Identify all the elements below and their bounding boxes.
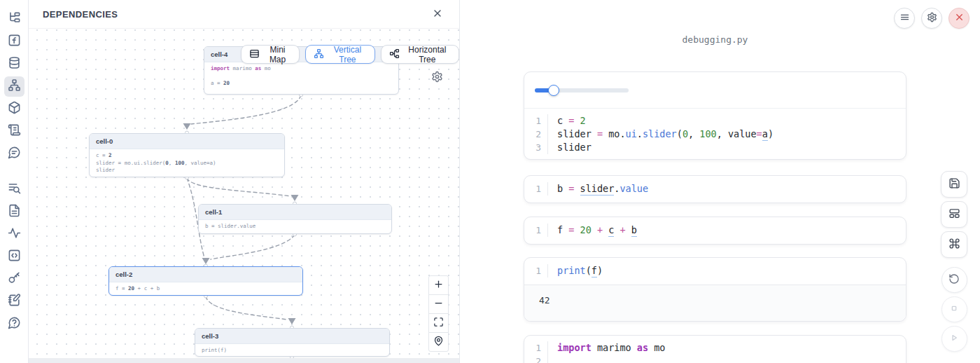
stop-kernel-button[interactable]: [941, 296, 967, 322]
help-circle-icon: [8, 316, 21, 332]
keyboard-shortcuts-button[interactable]: [941, 231, 967, 258]
notebook-menu-button[interactable]: [894, 8, 915, 29]
app-window: cell-4import marimo as mo a = 20cell-0c …: [0, 0, 980, 363]
cell-f-cell: 1f = 20 + c + b: [524, 217, 906, 245]
zoom-out-button[interactable]: [428, 294, 449, 314]
code-editor[interactable]: 123c = 2slider = mo.ui.slider(0, 100, va…: [524, 109, 906, 159]
activity-icon: [8, 226, 21, 242]
fit-view-icon: [433, 317, 444, 329]
gear-icon: [431, 74, 443, 85]
code-editor[interactable]: 1print(f): [524, 258, 906, 285]
slider-thumb[interactable]: [548, 85, 559, 96]
graph-node-code: c = 2slider = mo.ui.slider(0, 100, value…: [90, 149, 284, 177]
key-icon: [8, 271, 21, 287]
minimap-icon: [249, 48, 260, 61]
menu-icon: [899, 12, 910, 25]
sidebar-item-activity[interactable]: [4, 224, 24, 245]
play-icon: [948, 332, 960, 345]
command-icon: [948, 238, 960, 252]
view-toggle-label: Vertical Tree: [328, 45, 367, 64]
sidebar-item-database[interactable]: [4, 54, 24, 74]
line-numbers: 1: [524, 264, 548, 278]
cell-slider-cell: 123c = 2slider = mo.ui.slider(0, 100, va…: [524, 71, 906, 160]
line-numbers: 1: [524, 182, 548, 196]
undo-button[interactable]: [941, 267, 967, 293]
slider[interactable]: [535, 88, 629, 93]
graph-node-cell-2[interactable]: cell-2f = 20 + c + b: [108, 266, 303, 296]
view-toggle-vertical-tree[interactable]: Vertical Tree: [305, 45, 375, 64]
code-editor[interactable]: 1f = 20 + c + b: [524, 217, 906, 244]
view-toggle-group: Mini MapVertical TreeHorizontal Tree: [241, 45, 459, 64]
line-numbers: 12: [524, 341, 548, 363]
sidebar-item-document[interactable]: [4, 202, 24, 222]
package-icon: [8, 101, 21, 117]
zoom-out-icon: [433, 298, 444, 310]
zoom-in-button[interactable]: [428, 275, 449, 295]
notebook-area: debugging.py 123c = 2slider = mo.ui.slid…: [460, 0, 980, 363]
graph-node-code: f = 20 + c + b: [109, 282, 302, 296]
sidebar-item-file-tree[interactable]: [4, 9, 24, 29]
function-square-icon: [8, 34, 21, 50]
panel-title: DEPENDENCIES: [43, 9, 118, 20]
layout-select-button[interactable]: [941, 201, 967, 228]
cell-print-cell: 1print(f)42: [524, 257, 906, 322]
line-numbers: 123: [524, 114, 548, 154]
shutdown-button[interactable]: [948, 8, 969, 29]
sidebar-item-chat[interactable]: [4, 144, 24, 164]
graph-node-cell-0[interactable]: cell-0c = 2slider = mo.ui.slider(0, 100,…: [89, 133, 285, 177]
graph-node-title: cell-2: [109, 267, 302, 282]
close-icon: [954, 12, 965, 25]
stop-icon: [948, 303, 960, 316]
sidebar-item-notebook-pen[interactable]: [4, 292, 24, 312]
notebook-pen-icon: [8, 294, 21, 310]
graph-node-cell-3[interactable]: cell-3print(f): [195, 328, 390, 357]
code-editor[interactable]: 12import marimo as mo: [524, 336, 906, 363]
code-text: print(f): [548, 264, 603, 278]
close-icon: [432, 8, 443, 21]
code-editor[interactable]: 1b = slider.value: [524, 176, 906, 203]
code-text: b = slider.value: [548, 182, 648, 196]
graph-settings-button[interactable]: [431, 71, 443, 85]
file-tree-icon: [8, 11, 21, 27]
document-icon: [8, 204, 21, 220]
code-box-icon: [8, 249, 21, 265]
horizontal-tree-icon: [389, 48, 400, 61]
code-text: import marimo as mo: [548, 341, 665, 363]
graph-node-title: cell-0: [90, 134, 284, 149]
sidebar-item-help-circle[interactable]: [4, 314, 24, 334]
sidebar-item-list-search[interactable]: [4, 179, 24, 200]
database-icon: [8, 56, 21, 72]
sidebar-item-key[interactable]: [4, 269, 24, 289]
view-toggle-horizontal-tree[interactable]: Horizontal Tree: [381, 45, 459, 64]
cell-output: [524, 72, 906, 109]
notebook-header-buttons: [894, 8, 969, 29]
notebook-settings-button[interactable]: [921, 8, 942, 29]
graph-node-title: cell-3: [195, 329, 389, 344]
cells-column: 123c = 2slider = mo.ui.slider(0, 100, va…: [524, 71, 906, 363]
layout-icon: [948, 207, 960, 221]
sidebar-item-dependency-graph[interactable]: [4, 76, 24, 97]
sidebar-item-function-square[interactable]: [4, 32, 24, 52]
run-all-button[interactable]: [941, 326, 967, 352]
code-text: c = 2slider = mo.ui.slider(0, 100, value…: [548, 114, 774, 154]
view-toggle-label: Horizontal Tree: [404, 45, 451, 64]
close-panel-button[interactable]: [430, 6, 445, 22]
center-node-button[interactable]: [428, 332, 449, 352]
graph-node-cell-1[interactable]: cell-1b = slider.value: [198, 204, 392, 234]
panel-scrollbar-track[interactable]: [29, 358, 459, 363]
view-toggle-minimap[interactable]: Mini Map: [241, 45, 300, 64]
graph-node-code: print(f): [195, 344, 389, 357]
save-button[interactable]: [941, 171, 967, 198]
list-search-icon: [8, 182, 21, 198]
sidebar-item-code-box[interactable]: [4, 247, 24, 267]
line-numbers: 1: [524, 224, 548, 237]
sidebar-item-scroll[interactable]: [4, 121, 24, 142]
zoom-in-icon: [433, 279, 444, 292]
fit-view-button[interactable]: [428, 313, 449, 333]
graph-node-title: cell-1: [199, 205, 391, 220]
sidebar: [0, 0, 29, 363]
code-text: f = 20 + c + b: [548, 224, 637, 237]
chat-icon: [8, 146, 21, 162]
dependencies-header: DEPENDENCIES: [29, 0, 459, 29]
sidebar-item-package[interactable]: [4, 99, 24, 119]
